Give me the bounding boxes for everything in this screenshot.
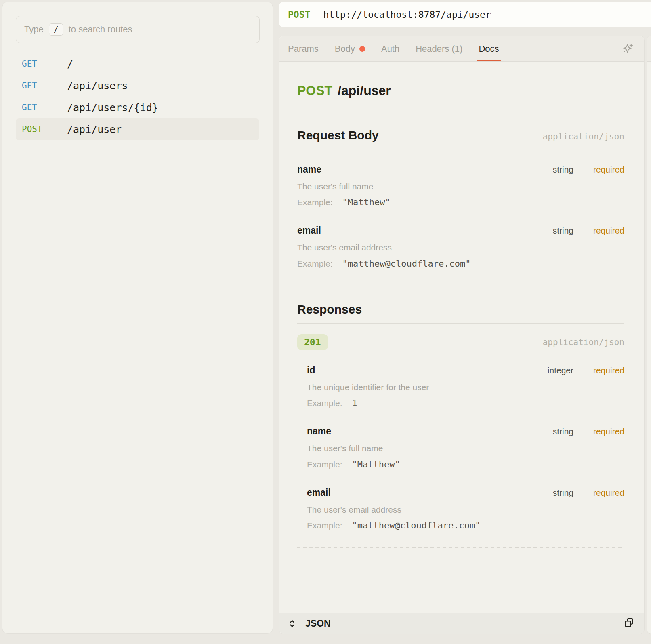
slash-key-hint: / bbox=[49, 23, 63, 36]
route-post-api-user[interactable]: POST /api/user bbox=[16, 118, 259, 140]
field-required-badge: required bbox=[588, 427, 624, 436]
response-status-row: 201 application/json bbox=[297, 334, 624, 350]
field-required-badge: required bbox=[588, 226, 624, 236]
request-body-section-header: Request Body application/json bbox=[297, 128, 624, 143]
divider bbox=[297, 107, 624, 107]
field-type: string bbox=[553, 488, 573, 498]
divider bbox=[297, 149, 624, 149]
request-url-text[interactable]: http://localhost:8787/api/user bbox=[323, 9, 491, 20]
search-placeholder-suffix: to search routes bbox=[69, 24, 132, 35]
request-method-label: POST bbox=[288, 9, 310, 20]
route-path: /api/users/{id} bbox=[67, 102, 158, 114]
copy-icon bbox=[623, 617, 636, 630]
dashed-divider bbox=[297, 547, 624, 548]
route-get-api-users-id[interactable]: GET /api/users/{id} bbox=[16, 97, 259, 118]
example-value: "Matthew" bbox=[342, 197, 391, 207]
tab-label: Params bbox=[288, 44, 319, 54]
request-body-fields: name string required The user's full nam… bbox=[297, 164, 624, 268]
request-url-bar[interactable]: POST http://localhost:8787/api/user bbox=[279, 2, 651, 27]
cropped-right-panel bbox=[647, 36, 651, 634]
field-description: The user's email address bbox=[307, 505, 624, 515]
example-value: "matthew@cloudflare.com" bbox=[342, 259, 471, 269]
divider bbox=[297, 323, 624, 324]
example-value: 1 bbox=[352, 398, 357, 408]
route-method-badge: GET bbox=[22, 81, 67, 90]
field-required-badge: required bbox=[588, 366, 624, 375]
tab-label: Body bbox=[335, 44, 355, 54]
route-get-root[interactable]: GET / bbox=[16, 53, 259, 75]
route-method-badge: GET bbox=[22, 103, 67, 112]
route-method-badge: POST bbox=[22, 124, 67, 134]
field-required-badge: required bbox=[588, 488, 624, 498]
response-content-type: application/json bbox=[543, 337, 624, 347]
responses-section-header: Responses bbox=[297, 303, 624, 317]
status-code-badge: 201 bbox=[297, 334, 328, 350]
schema-field: email string required The user's email a… bbox=[307, 487, 624, 530]
field-name: name bbox=[307, 426, 553, 437]
request-body-title: Request Body bbox=[297, 128, 379, 143]
request-panel: Params Body Auth Headers (1) Docs bbox=[279, 36, 645, 634]
route-search-input[interactable]: Type / to search routes bbox=[16, 16, 260, 43]
cropped-right-panel-tabstrip bbox=[647, 36, 651, 62]
field-type: integer bbox=[548, 366, 573, 375]
tab-headers[interactable]: Headers (1) bbox=[407, 36, 470, 61]
route-get-api-users[interactable]: GET /api/users bbox=[16, 75, 259, 97]
unfold-chevrons-icon bbox=[288, 619, 297, 628]
route-path: / bbox=[67, 58, 73, 70]
format-selector[interactable]: JSON bbox=[288, 618, 331, 629]
route-method-badge: GET bbox=[22, 59, 67, 69]
body-modified-dot-icon bbox=[359, 46, 365, 52]
format-label: JSON bbox=[305, 618, 331, 629]
tab-docs[interactable]: Docs bbox=[470, 36, 507, 61]
tab-params[interactable]: Params bbox=[280, 36, 327, 61]
field-name: name bbox=[297, 164, 553, 175]
docs-route-heading: POST/api/user bbox=[297, 83, 624, 98]
field-name: email bbox=[307, 487, 553, 498]
field-required-badge: required bbox=[588, 165, 624, 175]
schema-field: name string required The user's full nam… bbox=[297, 164, 624, 207]
tab-label: Docs bbox=[479, 44, 499, 54]
copy-button[interactable] bbox=[623, 617, 636, 630]
field-description: The unique identifier for the user bbox=[307, 382, 624, 392]
request-tab-strip: Params Body Auth Headers (1) Docs bbox=[279, 36, 644, 62]
docs-route-path: /api/user bbox=[338, 83, 391, 98]
docs-bottom-bar: JSON bbox=[279, 613, 644, 634]
example-label: Example: bbox=[297, 259, 333, 269]
field-type: string bbox=[553, 427, 573, 436]
field-name: id bbox=[307, 365, 548, 376]
routes-sidebar: Type / to search routes GET / GET /api/u… bbox=[2, 2, 273, 634]
route-path: /api/user bbox=[67, 124, 122, 135]
search-placeholder-prefix: Type bbox=[24, 24, 44, 35]
example-label: Example: bbox=[307, 460, 342, 469]
field-type: string bbox=[553, 226, 573, 236]
example-value: "Matthew" bbox=[352, 459, 400, 469]
response-fields: id integer required The unique identifie… bbox=[297, 365, 624, 530]
field-type: string bbox=[553, 165, 573, 175]
schema-field: email string required The user's email a… bbox=[297, 225, 624, 268]
request-body-content-type: application/json bbox=[543, 132, 624, 141]
field-name: email bbox=[297, 225, 553, 236]
schema-field: name string required The user's full nam… bbox=[307, 426, 624, 469]
field-description: The user's full name bbox=[297, 181, 624, 192]
route-path: /api/users bbox=[67, 80, 128, 92]
docs-panel: POST/api/user Request Body application/j… bbox=[279, 62, 644, 613]
schema-field: id integer required The unique identifie… bbox=[307, 365, 624, 408]
docs-route-method: POST bbox=[297, 83, 332, 98]
field-description: The user's full name bbox=[307, 443, 624, 453]
example-label: Example: bbox=[307, 398, 342, 408]
example-value: "matthew@cloudflare.com" bbox=[352, 520, 481, 530]
example-label: Example: bbox=[297, 198, 333, 207]
tab-label: Auth bbox=[381, 44, 399, 54]
tab-label: Headers (1) bbox=[416, 44, 462, 54]
field-description: The user's email address bbox=[297, 242, 624, 253]
route-list: GET / GET /api/users GET /api/users/{id}… bbox=[16, 53, 259, 140]
tab-body[interactable]: Body bbox=[327, 36, 373, 61]
tab-auth[interactable]: Auth bbox=[373, 36, 407, 61]
example-label: Example: bbox=[307, 521, 342, 530]
sparkles-icon[interactable] bbox=[621, 42, 634, 55]
responses-title: Responses bbox=[297, 303, 362, 317]
